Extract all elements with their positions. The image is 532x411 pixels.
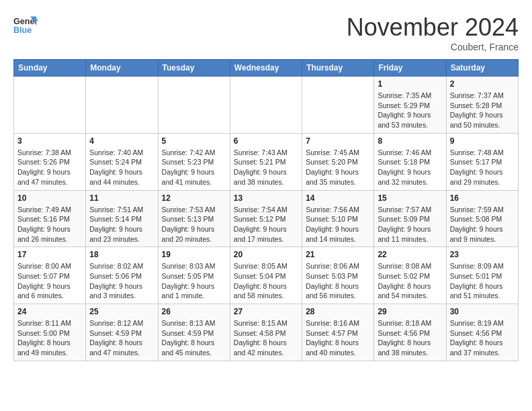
day-number: 2	[450, 79, 515, 89]
day-number: 3	[17, 136, 82, 146]
calendar-cell: 16Sunrise: 7:59 AM Sunset: 5:08 PM Dayli…	[446, 190, 518, 247]
day-info: Sunrise: 7:56 AM Sunset: 5:10 PM Dayligh…	[306, 205, 370, 244]
day-number: 11	[89, 193, 154, 203]
calendar-cell: 6Sunrise: 7:43 AM Sunset: 5:21 PM Daylig…	[230, 133, 302, 190]
day-info: Sunrise: 8:13 AM Sunset: 4:59 PM Dayligh…	[162, 318, 226, 358]
calendar-cell: 10Sunrise: 7:49 AM Sunset: 5:16 PM Dayli…	[14, 190, 86, 247]
calendar-cell: 18Sunrise: 8:02 AM Sunset: 5:06 PM Dayli…	[86, 247, 158, 304]
day-number: 16	[450, 193, 515, 203]
logo: General Blue	[13, 13, 38, 38]
calendar-header: SundayMondayTuesdayWednesdayThursdayFrid…	[14, 60, 519, 77]
calendar-cell: 13Sunrise: 7:54 AM Sunset: 5:12 PM Dayli…	[230, 190, 302, 247]
day-number: 12	[162, 193, 226, 203]
day-number: 27	[234, 307, 298, 316]
day-info: Sunrise: 7:35 AM Sunset: 5:29 PM Dayligh…	[378, 91, 442, 130]
weekday-header: Saturday	[446, 60, 518, 77]
calendar-cell: 3Sunrise: 7:38 AM Sunset: 5:26 PM Daylig…	[14, 133, 86, 190]
day-info: Sunrise: 7:53 AM Sunset: 5:13 PM Dayligh…	[162, 205, 226, 244]
day-info: Sunrise: 7:46 AM Sunset: 5:18 PM Dayligh…	[378, 148, 442, 187]
calendar-cell: 5Sunrise: 7:42 AM Sunset: 5:23 PM Daylig…	[158, 133, 230, 190]
calendar-cell: 22Sunrise: 8:08 AM Sunset: 5:02 PM Dayli…	[374, 247, 446, 304]
calendar-cell: 8Sunrise: 7:46 AM Sunset: 5:18 PM Daylig…	[374, 133, 446, 190]
day-info: Sunrise: 8:03 AM Sunset: 5:05 PM Dayligh…	[162, 261, 226, 301]
day-number: 24	[17, 307, 82, 316]
calendar-cell	[230, 77, 302, 134]
weekday-header: Wednesday	[230, 60, 302, 77]
day-info: Sunrise: 7:38 AM Sunset: 5:26 PM Dayligh…	[17, 148, 82, 187]
day-number: 6	[234, 136, 298, 146]
calendar-cell: 26Sunrise: 8:13 AM Sunset: 4:59 PM Dayli…	[158, 304, 230, 361]
title-block: November 2024 Coubert, France	[347, 13, 519, 52]
calendar-cell: 30Sunrise: 8:19 AM Sunset: 4:56 PM Dayli…	[446, 304, 518, 361]
day-info: Sunrise: 8:16 AM Sunset: 4:57 PM Dayligh…	[306, 318, 370, 358]
calendar-cell: 27Sunrise: 8:15 AM Sunset: 4:58 PM Dayli…	[230, 304, 302, 361]
day-info: Sunrise: 7:40 AM Sunset: 5:24 PM Dayligh…	[89, 148, 154, 187]
calendar-cell: 4Sunrise: 7:40 AM Sunset: 5:24 PM Daylig…	[86, 133, 158, 190]
location: Coubert, France	[347, 42, 519, 52]
calendar-cell: 23Sunrise: 8:09 AM Sunset: 5:01 PM Dayli…	[446, 247, 518, 304]
day-number: 15	[378, 193, 442, 203]
day-info: Sunrise: 8:08 AM Sunset: 5:02 PM Dayligh…	[378, 261, 442, 301]
day-number: 25	[89, 307, 154, 316]
calendar-cell: 24Sunrise: 8:11 AM Sunset: 5:00 PM Dayli…	[14, 304, 86, 361]
weekday-header: Thursday	[302, 60, 374, 77]
day-info: Sunrise: 8:00 AM Sunset: 5:07 PM Dayligh…	[17, 261, 82, 301]
day-info: Sunrise: 8:15 AM Sunset: 4:58 PM Dayligh…	[234, 318, 298, 358]
day-number: 21	[306, 250, 370, 259]
day-number: 28	[306, 307, 370, 316]
day-info: Sunrise: 7:54 AM Sunset: 5:12 PM Dayligh…	[234, 205, 298, 244]
calendar-cell: 1Sunrise: 7:35 AM Sunset: 5:29 PM Daylig…	[374, 77, 446, 134]
calendar-cell: 25Sunrise: 8:12 AM Sunset: 4:59 PM Dayli…	[86, 304, 158, 361]
calendar-cell: 12Sunrise: 7:53 AM Sunset: 5:13 PM Dayli…	[158, 190, 230, 247]
day-info: Sunrise: 7:48 AM Sunset: 5:17 PM Dayligh…	[450, 148, 515, 187]
day-number: 19	[162, 250, 226, 259]
day-info: Sunrise: 7:37 AM Sunset: 5:28 PM Dayligh…	[450, 91, 515, 130]
calendar-cell: 11Sunrise: 7:51 AM Sunset: 5:14 PM Dayli…	[86, 190, 158, 247]
day-number: 29	[378, 307, 442, 316]
calendar-cell	[302, 77, 374, 134]
day-info: Sunrise: 8:18 AM Sunset: 4:56 PM Dayligh…	[378, 318, 442, 358]
day-number: 23	[450, 250, 515, 259]
day-info: Sunrise: 8:02 AM Sunset: 5:06 PM Dayligh…	[89, 261, 154, 301]
month-title: November 2024	[347, 13, 519, 42]
calendar-cell: 15Sunrise: 7:57 AM Sunset: 5:09 PM Dayli…	[374, 190, 446, 247]
day-number: 18	[89, 250, 154, 259]
calendar-table: SundayMondayTuesdayWednesdayThursdayFrid…	[13, 59, 519, 361]
day-number: 26	[162, 307, 226, 316]
day-info: Sunrise: 7:45 AM Sunset: 5:20 PM Dayligh…	[306, 148, 370, 187]
calendar-cell: 7Sunrise: 7:45 AM Sunset: 5:20 PM Daylig…	[302, 133, 374, 190]
weekday-header: Monday	[86, 60, 158, 77]
svg-text:Blue: Blue	[13, 26, 32, 35]
calendar-cell	[158, 77, 230, 134]
day-info: Sunrise: 8:06 AM Sunset: 5:03 PM Dayligh…	[306, 261, 370, 301]
calendar-cell: 21Sunrise: 8:06 AM Sunset: 5:03 PM Dayli…	[302, 247, 374, 304]
day-info: Sunrise: 7:49 AM Sunset: 5:16 PM Dayligh…	[17, 205, 82, 244]
day-number: 13	[234, 193, 298, 203]
day-info: Sunrise: 7:57 AM Sunset: 5:09 PM Dayligh…	[378, 205, 442, 244]
day-number: 30	[450, 307, 515, 316]
day-number: 5	[162, 136, 226, 146]
calendar-cell: 9Sunrise: 7:48 AM Sunset: 5:17 PM Daylig…	[446, 133, 518, 190]
calendar-cell: 14Sunrise: 7:56 AM Sunset: 5:10 PM Dayli…	[302, 190, 374, 247]
day-info: Sunrise: 8:05 AM Sunset: 5:04 PM Dayligh…	[234, 261, 298, 301]
weekday-header: Sunday	[14, 60, 86, 77]
day-number: 14	[306, 193, 370, 203]
logo-icon: General Blue	[13, 13, 38, 38]
day-number: 22	[378, 250, 442, 259]
day-info: Sunrise: 8:11 AM Sunset: 5:00 PM Dayligh…	[17, 318, 82, 358]
day-info: Sunrise: 7:51 AM Sunset: 5:14 PM Dayligh…	[89, 205, 154, 244]
day-info: Sunrise: 8:09 AM Sunset: 5:01 PM Dayligh…	[450, 261, 515, 301]
day-number: 9	[450, 136, 515, 146]
day-number: 1	[378, 79, 442, 89]
day-info: Sunrise: 8:19 AM Sunset: 4:56 PM Dayligh…	[450, 318, 515, 358]
day-info: Sunrise: 7:42 AM Sunset: 5:23 PM Dayligh…	[162, 148, 226, 187]
page-header: General Blue November 2024 Coubert, Fran…	[13, 13, 519, 52]
weekday-header: Tuesday	[158, 60, 230, 77]
calendar-cell	[14, 77, 86, 134]
calendar-cell: 28Sunrise: 8:16 AM Sunset: 4:57 PM Dayli…	[302, 304, 374, 361]
day-number: 8	[378, 136, 442, 146]
day-number: 7	[306, 136, 370, 146]
calendar-cell: 29Sunrise: 8:18 AM Sunset: 4:56 PM Dayli…	[374, 304, 446, 361]
calendar-cell: 17Sunrise: 8:00 AM Sunset: 5:07 PM Dayli…	[14, 247, 86, 304]
calendar-cell	[86, 77, 158, 134]
